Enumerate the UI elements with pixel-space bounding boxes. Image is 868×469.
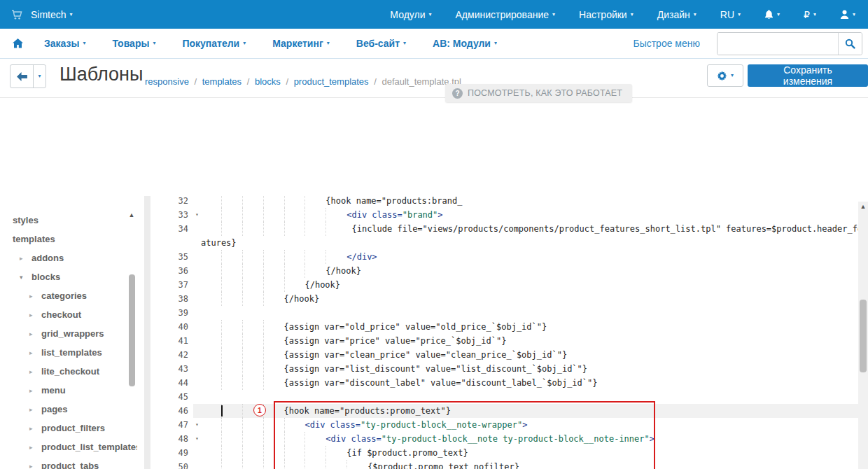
- chevron-right-icon[interactable]: ▸: [29, 293, 36, 300]
- save-button[interactable]: Сохранить изменения: [748, 64, 868, 87]
- fold-arrow-icon[interactable]: ▾: [193, 208, 201, 222]
- chevron-right-icon[interactable]: ▸: [29, 349, 36, 356]
- chevron-right-icon[interactable]: ▸: [29, 368, 36, 375]
- search-input[interactable]: [718, 33, 838, 55]
- quick-menu-link[interactable]: Быстрое меню: [633, 38, 700, 49]
- sidebar-scroll-up-arrow[interactable]: ▲: [127, 211, 136, 219]
- fold-gutter: [193, 320, 201, 334]
- chevron-right-icon[interactable]: ▸: [29, 330, 36, 337]
- topbar-menu-settings[interactable]: Настройки▾: [579, 9, 634, 20]
- line-number: 40: [150, 320, 193, 334]
- line-number: 43: [150, 362, 193, 376]
- code-line-wrap[interactable]: atures}: [150, 236, 858, 250]
- tree-item-addons[interactable]: ▸addons: [0, 248, 137, 267]
- chevron-down-icon: ▾: [153, 41, 155, 46]
- breadcrumb-link-product_templates[interactable]: product_templates: [294, 76, 369, 87]
- code-line-49[interactable]: 49{if $product.promo_text}: [150, 446, 858, 460]
- code-line-40[interactable]: 40{assign var="old_price" value="old_pri…: [150, 320, 858, 334]
- code-line-48[interactable]: 48▾<div class="ty-product-block__note ty…: [150, 432, 858, 446]
- tree-item-list_templates[interactable]: ▸list_templates: [0, 343, 137, 362]
- code-line-33[interactable]: 33▾<div class="brand">: [150, 208, 858, 222]
- tree-item-checkout[interactable]: ▸checkout: [0, 305, 137, 324]
- code-line-34[interactable]: 34{include file="views/products/componen…: [150, 222, 858, 236]
- fold-arrow-icon[interactable]: ▾: [193, 418, 201, 432]
- code-line-45[interactable]: 45: [150, 390, 858, 404]
- tree-item-pages[interactable]: ▸pages: [0, 400, 137, 419]
- tree-item-menu[interactable]: ▸menu: [0, 381, 137, 400]
- code-line-37[interactable]: 37{/hook}: [150, 278, 858, 292]
- code-line-44[interactable]: 44{assign var="discount_label" value="di…: [150, 376, 858, 390]
- how-it-works-hint[interactable]: ? ПОСМОТРЕТЬ, КАК ЭТО РАБОТАЕТ: [445, 84, 632, 102]
- tree-item-grid_wrappers[interactable]: ▸grid_wrappers: [0, 324, 137, 343]
- topbar-menu-account[interactable]: ▾: [840, 10, 855, 20]
- nav-item-label: Товары: [112, 38, 149, 49]
- breadcrumb-link-blocks[interactable]: blocks: [255, 76, 281, 87]
- chevron-right-icon[interactable]: ▸: [29, 387, 36, 394]
- tree-item-templates[interactable]: templates: [0, 230, 137, 248]
- code-line-43[interactable]: 43{assign var="list_discount" value="lis…: [150, 362, 858, 376]
- topbar-menu-design[interactable]: Дизайн▾: [657, 9, 696, 20]
- fold-arrow-icon[interactable]: ▾: [193, 432, 201, 446]
- settings-dropdown-button[interactable]: ▾: [707, 64, 743, 87]
- chevron-down-icon: ▾: [813, 12, 816, 18]
- chevron-right-icon[interactable]: ▸: [29, 425, 36, 432]
- tree-item-product_list_templates[interactable]: ▸product_list_templates: [0, 438, 137, 456]
- question-icon: ?: [452, 88, 463, 99]
- chevron-down-icon[interactable]: ▾: [20, 274, 27, 281]
- breadcrumb-separator: /: [284, 76, 291, 87]
- breadcrumb-link-responsive[interactable]: responsive: [145, 76, 189, 87]
- tree-item-label: addons: [31, 253, 64, 263]
- code-line-50[interactable]: 50{$product.promo_text nofilter}: [150, 460, 858, 469]
- code-text: {hook name="products:brand_: [201, 196, 858, 208]
- chevron-right-icon[interactable]: ▸: [29, 406, 36, 413]
- code-line-42[interactable]: 42{assign var="clean_price" value="clean…: [150, 348, 858, 362]
- tree-item-product_filters[interactable]: ▸product_filters: [0, 419, 137, 438]
- nav-item-products[interactable]: Товары▾: [112, 38, 155, 49]
- topbar-menu-notifications[interactable]: ▾: [764, 10, 780, 20]
- topbar-menu-modules[interactable]: Модули▾: [390, 9, 431, 20]
- back-history-dropdown[interactable]: ▾: [33, 65, 46, 88]
- code-line-47[interactable]: 47▾<div class="ty-product-block__note-wr…: [150, 418, 858, 432]
- annotation-marker-1: 1: [253, 404, 266, 416]
- topbar-menu-language[interactable]: RU▾: [720, 9, 741, 20]
- line-number: 37: [150, 278, 193, 292]
- sidebar-scrollbar-thumb[interactable]: [129, 274, 135, 386]
- topbar-menu-currency[interactable]: ₽▾: [804, 9, 816, 20]
- topbar-menu-administration[interactable]: Администрирование▾: [456, 9, 556, 20]
- code-line-36[interactable]: 36{/hook}: [150, 264, 858, 278]
- nav-item-marketing[interactable]: Маркетинг▾: [272, 38, 330, 49]
- tree-item-styles[interactable]: styles: [0, 211, 137, 230]
- code-line-39[interactable]: 39: [150, 306, 858, 320]
- chevron-right-icon[interactable]: ▸: [29, 463, 36, 469]
- chevron-right-icon[interactable]: ▸: [29, 444, 36, 451]
- code-line-32[interactable]: 32{hook name="products:brand_: [150, 196, 858, 208]
- line-number: 41: [150, 334, 193, 348]
- back-button[interactable]: [10, 65, 33, 88]
- main-nav: Заказы▾Товары▾Покупатели▾Маркетинг▾Веб-с…: [0, 29, 868, 59]
- store-switcher[interactable]: Simtech ▾: [31, 9, 73, 20]
- chevron-down-icon: ▾: [70, 12, 73, 18]
- breadcrumb-link-templates[interactable]: templates: [202, 76, 241, 87]
- nav-item-orders[interactable]: Заказы▾: [44, 38, 85, 49]
- chevron-right-icon[interactable]: ▸: [20, 255, 27, 262]
- tree-item-blocks[interactable]: ▾blocks: [0, 267, 137, 286]
- nav-item-customers[interactable]: Покупатели▾: [182, 38, 246, 49]
- tree-item-categories[interactable]: ▸categories: [0, 286, 137, 305]
- search-button[interactable]: [838, 33, 862, 55]
- chevron-down-icon: ▾: [853, 12, 855, 18]
- code-editor[interactable]: 32{hook name="products:brand_33▾<div cla…: [150, 196, 858, 469]
- line-number: 36: [150, 264, 193, 278]
- nav-item-website[interactable]: Веб-сайт▾: [356, 38, 406, 49]
- nav-item-ab-modules[interactable]: АВ: Модули▾: [433, 38, 497, 49]
- home-icon[interactable]: [13, 38, 23, 48]
- editor-scroll-up-arrow[interactable]: ▲: [859, 202, 867, 211]
- code-line-38[interactable]: 38{/hook}: [150, 292, 858, 306]
- tree-item-product_tabs[interactable]: ▸product_tabs: [0, 456, 137, 469]
- chevron-right-icon[interactable]: ▸: [29, 312, 36, 318]
- code-text: </div>: [201, 250, 858, 264]
- code-line-41[interactable]: 41{assign var="price" value="price_`$obj…: [150, 334, 858, 348]
- line-number: [150, 236, 193, 250]
- editor-scrollbar-thumb[interactable]: [860, 300, 867, 372]
- code-line-35[interactable]: 35</div>: [150, 250, 858, 264]
- tree-item-lite_checkout[interactable]: ▸lite_checkout: [0, 362, 137, 381]
